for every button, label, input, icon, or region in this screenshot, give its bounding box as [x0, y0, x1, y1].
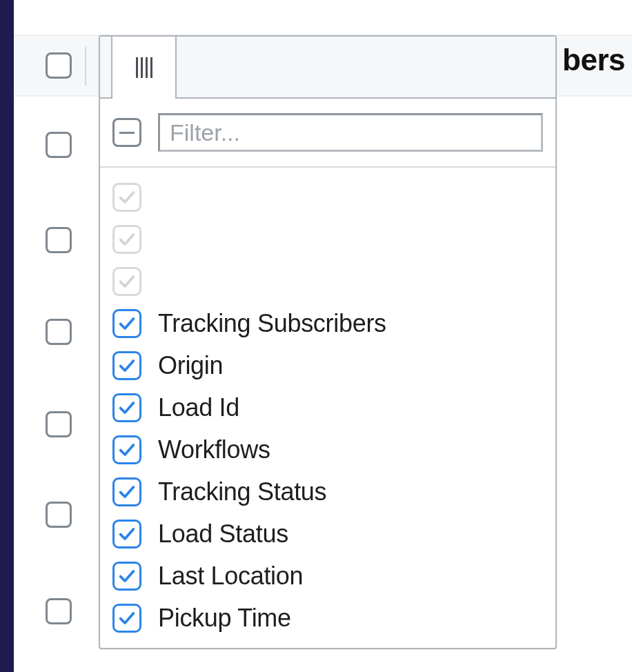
column-list: Tracking SubscribersOriginLoad IdWorkflo… [100, 168, 555, 639]
column-visibility-checkbox[interactable] [112, 393, 141, 422]
column-list-item[interactable]: Tracking Status [112, 471, 543, 513]
column-visibility-checkbox[interactable] [112, 604, 141, 633]
column-list-item[interactable]: Last Location [112, 555, 543, 597]
column-visibility-checkbox[interactable] [112, 183, 141, 212]
column-visibility-checkbox[interactable] [112, 435, 141, 464]
column-item-label: Pickup Time [158, 604, 291, 633]
column-visibility-checkbox[interactable] [112, 225, 141, 254]
row-select-checkbox[interactable] [46, 411, 72, 437]
row-select-checkbox[interactable] [46, 502, 72, 528]
column-item-label: Load Status [158, 520, 288, 549]
columns-icon [136, 57, 152, 78]
column-list-item[interactable]: Origin [112, 344, 543, 386]
column-visibility-checkbox[interactable] [112, 309, 141, 338]
column-list-item[interactable] [112, 176, 543, 218]
column-list-item[interactable] [112, 260, 543, 302]
column-visibility-checkbox[interactable] [112, 562, 141, 591]
filter-row [100, 99, 555, 168]
column-list-item[interactable]: Tracking Subscribers [112, 302, 543, 344]
popup-tab-bar [100, 37, 555, 99]
column-item-label: Tracking Subscribers [158, 309, 386, 338]
indeterminate-icon [119, 132, 135, 134]
column-visibility-checkbox[interactable] [112, 267, 141, 296]
left-sidebar-stripe [0, 0, 14, 672]
column-item-label: Last Location [158, 562, 303, 591]
row-select-checkbox[interactable] [46, 598, 72, 624]
column-visibility-checkbox[interactable] [112, 351, 141, 380]
column-list-item[interactable]: Workflows [112, 428, 543, 471]
column-list-item[interactable]: Load Id [112, 386, 543, 428]
column-header-partial: bers [562, 43, 625, 77]
column-chooser-popup: Tracking SubscribersOriginLoad IdWorkflo… [99, 35, 557, 649]
row-select-checkbox[interactable] [46, 52, 72, 79]
row-select-checkbox[interactable] [46, 227, 72, 253]
header-divider [85, 47, 86, 86]
column-item-label: Load Id [158, 393, 239, 422]
column-item-label: Tracking Status [158, 477, 326, 506]
select-all-checkbox[interactable] [112, 118, 141, 147]
column-list-item[interactable] [112, 218, 543, 260]
column-item-label: Workflows [158, 435, 270, 464]
column-visibility-checkbox[interactable] [112, 520, 141, 549]
columns-tab[interactable] [111, 35, 177, 99]
column-list-item[interactable]: Load Status [112, 513, 543, 555]
row-select-checkbox[interactable] [46, 132, 72, 158]
column-item-label: Origin [158, 351, 223, 380]
column-list-item[interactable]: Pickup Time [112, 597, 543, 639]
row-select-checkbox[interactable] [46, 319, 72, 345]
column-visibility-checkbox[interactable] [112, 477, 141, 506]
filter-input[interactable] [158, 113, 543, 152]
